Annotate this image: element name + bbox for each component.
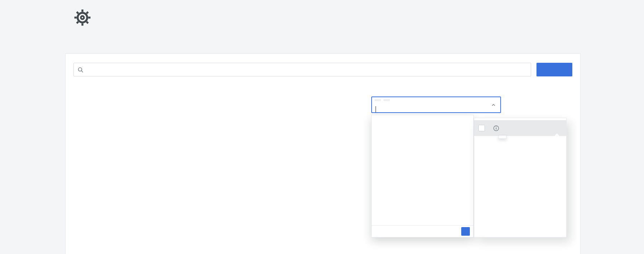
role-tag xyxy=(375,99,381,101)
submenu-item-application-plugins-access[interactable] xyxy=(474,120,566,136)
roles-group-list xyxy=(372,115,473,226)
roles-dropdown-menu xyxy=(371,115,474,237)
info-tooltip xyxy=(498,135,507,139)
roles-menu-footer xyxy=(372,225,473,237)
search-input[interactable] xyxy=(86,66,527,73)
roles-picker-open[interactable] xyxy=(371,97,501,113)
chevron-up-icon[interactable] xyxy=(491,103,496,108)
page-header xyxy=(73,9,97,27)
plugins-submenu xyxy=(474,118,567,237)
text-cursor xyxy=(376,106,376,112)
search-teams-box xyxy=(73,63,531,76)
new-team-button[interactable] xyxy=(536,63,572,76)
search-icon xyxy=(77,67,84,73)
gear-icon xyxy=(73,9,91,27)
checkbox-unchecked[interactable] xyxy=(478,125,485,131)
role-tag xyxy=(383,99,390,101)
info-icon[interactable] xyxy=(493,125,499,131)
update-button[interactable] xyxy=(461,227,470,236)
